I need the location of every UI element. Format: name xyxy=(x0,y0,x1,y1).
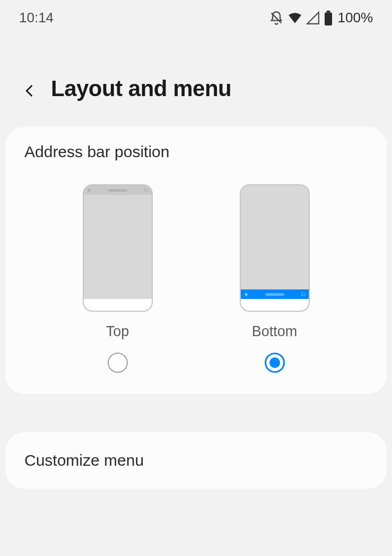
mock-url-pill xyxy=(108,189,127,192)
mock-nav-strip xyxy=(84,299,152,311)
status-right: 100% xyxy=(269,10,373,26)
customize-menu-item[interactable]: Customize menu xyxy=(5,432,387,489)
phone-mock-bottom xyxy=(240,184,310,312)
option-label-bottom: Bottom xyxy=(252,323,298,340)
mock-url-pill xyxy=(265,293,284,296)
mock-address-bar-bottom xyxy=(241,289,309,299)
address-bar-options: Top Bottom xyxy=(24,184,368,373)
mock-nav-strip xyxy=(241,299,309,311)
star-icon xyxy=(87,188,91,192)
radio-bottom[interactable] xyxy=(265,353,285,373)
address-bar-section-title: Address bar position xyxy=(24,143,368,161)
page-header: Layout and menu xyxy=(0,33,392,127)
wifi-icon xyxy=(288,11,302,25)
star-icon xyxy=(244,292,248,296)
battery-icon xyxy=(324,11,333,25)
status-time: 10:14 xyxy=(19,10,54,26)
option-label-top: Top xyxy=(106,323,129,340)
reload-icon xyxy=(301,292,306,296)
customize-menu-label: Customize menu xyxy=(24,451,368,469)
svg-marker-5 xyxy=(303,293,305,294)
svg-rect-0 xyxy=(326,11,330,13)
address-bar-card: Address bar position Top xyxy=(5,127,387,394)
page-title: Layout and menu xyxy=(51,76,231,101)
phone-mock-top xyxy=(83,184,153,312)
reload-icon xyxy=(144,188,149,192)
svg-rect-1 xyxy=(325,12,332,25)
svg-marker-3 xyxy=(146,189,148,190)
radio-top[interactable] xyxy=(108,353,128,373)
svg-marker-4 xyxy=(244,292,248,296)
status-bar: 10:14 100% xyxy=(0,0,392,33)
notification-muted-icon xyxy=(269,11,284,25)
option-top[interactable]: Top xyxy=(83,184,153,373)
option-bottom[interactable]: Bottom xyxy=(240,184,310,373)
battery-percentage: 100% xyxy=(338,10,373,26)
back-icon[interactable] xyxy=(22,81,37,96)
svg-marker-2 xyxy=(87,188,91,192)
mock-address-bar-top xyxy=(84,185,152,195)
signal-icon xyxy=(306,11,320,25)
